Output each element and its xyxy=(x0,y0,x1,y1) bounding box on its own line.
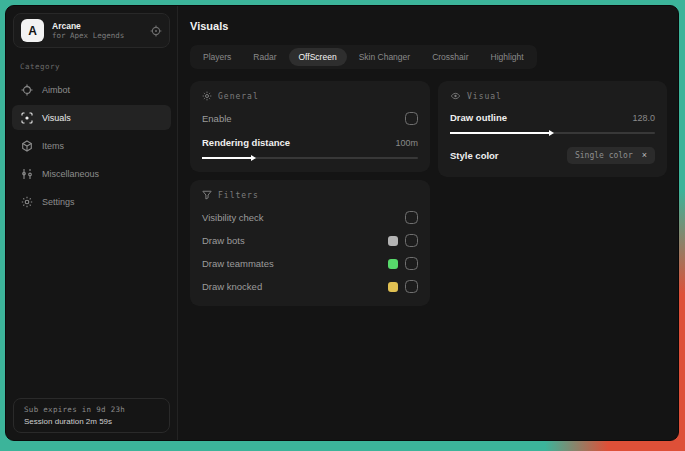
close-icon[interactable]: × xyxy=(642,151,647,160)
rendering-distance-label: Rendering distance xyxy=(202,137,290,148)
sidebar-item-label: Settings xyxy=(42,197,75,207)
panel-title: Visual xyxy=(467,92,502,101)
filter-funnel-icon xyxy=(202,190,212,200)
session-card: Sub expires in 9d 23h Session duration 2… xyxy=(13,398,170,433)
tab-bar: Players Radar OffScreen Skin Changer Cro… xyxy=(190,45,537,69)
sidebar-item-settings[interactable]: Settings xyxy=(12,189,171,214)
visual-panel: Visual Draw outline 128.0 Style color Si… xyxy=(438,81,667,177)
draw-knocked-label: Draw knocked xyxy=(202,281,262,292)
slider-fill xyxy=(450,132,550,134)
visibility-check-checkbox[interactable] xyxy=(405,211,418,224)
tab-crosshair[interactable]: Crosshair xyxy=(422,48,478,66)
app-logo-card: A Arcane for Apex Legends xyxy=(13,13,170,48)
crosshair-icon xyxy=(21,84,33,96)
visibility-check-label: Visibility check xyxy=(202,212,264,223)
draw-bots-color-swatch[interactable] xyxy=(388,236,398,246)
sidebar-item-visuals[interactable]: Visuals xyxy=(12,105,171,130)
gear-icon xyxy=(21,196,33,208)
category-label: Category xyxy=(20,62,177,71)
sidebar-item-label: Visuals xyxy=(42,113,71,123)
app-window: A Arcane for Apex Legends Category xyxy=(5,5,679,441)
sidebar: A Arcane for Apex Legends Category xyxy=(6,6,178,440)
panel-title: Filters xyxy=(218,191,259,200)
page-title: Visuals xyxy=(190,20,667,32)
slider-fill xyxy=(202,157,252,159)
panel-title: General xyxy=(218,92,259,101)
app-name: Arcane xyxy=(52,21,142,32)
sidebar-nav: Aimbot Visuals Items xyxy=(6,77,177,217)
target-icon[interactable] xyxy=(150,25,162,37)
rendering-distance-value: 100m xyxy=(395,138,418,148)
sidebar-item-label: Aimbot xyxy=(42,85,70,95)
sidebar-item-label: Miscellaneous xyxy=(42,169,99,179)
cube-icon xyxy=(21,140,33,152)
eye-icon xyxy=(450,91,461,101)
eye-scan-icon xyxy=(21,112,33,124)
draw-teammates-checkbox[interactable] xyxy=(405,257,418,270)
draw-knocked-checkbox[interactable] xyxy=(405,280,418,293)
style-color-label: Style color xyxy=(450,150,499,161)
enable-label: Enable xyxy=(202,113,232,124)
tab-radar[interactable]: Radar xyxy=(243,48,286,66)
draw-bots-checkbox[interactable] xyxy=(405,234,418,247)
sidebar-item-label: Items xyxy=(42,141,64,151)
app-subtitle: for Apex Legends xyxy=(52,31,142,40)
sidebar-item-items[interactable]: Items xyxy=(12,133,171,158)
tab-highlight[interactable]: Highlight xyxy=(481,48,534,66)
draw-outline-slider[interactable] xyxy=(450,132,655,134)
filters-panel: Filters Visibility check Draw bots xyxy=(190,180,430,306)
draw-outline-value: 128.0 xyxy=(632,113,655,123)
sliders-icon xyxy=(21,168,33,180)
general-panel: General Enable Rendering distance 100m xyxy=(190,81,430,172)
draw-bots-label: Draw bots xyxy=(202,235,245,246)
sub-expires-text: Sub expires in 9d 23h xyxy=(24,405,159,414)
style-color-value: Single color xyxy=(575,151,633,160)
draw-knocked-color-swatch[interactable] xyxy=(388,282,398,292)
sidebar-item-aimbot[interactable]: Aimbot xyxy=(12,77,171,102)
tab-players[interactable]: Players xyxy=(193,48,241,66)
draw-outline-label: Draw outline xyxy=(450,112,507,123)
draw-teammates-color-swatch[interactable] xyxy=(388,259,398,269)
tab-skin-changer[interactable]: Skin Changer xyxy=(349,48,421,66)
rendering-distance-slider[interactable] xyxy=(202,157,418,159)
gear-icon xyxy=(202,91,212,101)
sidebar-item-miscellaneous[interactable]: Miscellaneous xyxy=(12,161,171,186)
style-color-select[interactable]: Single color × xyxy=(567,147,655,164)
main-content: Visuals Players Radar OffScreen Skin Cha… xyxy=(178,6,678,440)
session-duration-text: Session duration 2m 59s xyxy=(24,417,159,426)
app-logo: A xyxy=(21,19,44,42)
enable-checkbox[interactable] xyxy=(405,112,418,125)
tab-offscreen[interactable]: OffScreen xyxy=(289,48,347,66)
draw-teammates-label: Draw teammates xyxy=(202,258,274,269)
